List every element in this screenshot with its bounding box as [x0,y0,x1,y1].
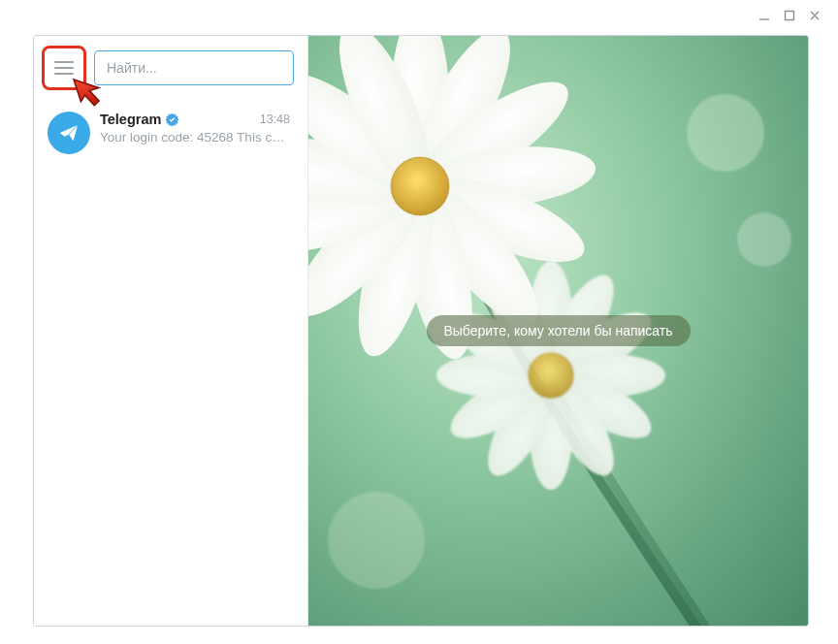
chat-list: Telegram 13:48 Your login code: 45268 Th… [34,100,307,162]
chat-list-item[interactable]: Telegram 13:48 Your login code: 45268 Th… [34,104,307,162]
verified-icon [165,113,179,127]
svg-point-20 [528,352,574,399]
paper-plane-icon [58,122,80,144]
chat-preview: Your login code: 45268 This code … [100,130,290,145]
svg-point-7 [328,492,425,589]
main-area: Выберите, кому хотели бы написать [308,36,808,626]
titlebar [0,0,838,33]
svg-point-5 [687,94,764,172]
window-minimize-button[interactable] [755,6,774,25]
chat-name: Telegram [100,112,161,127]
hamburger-icon [54,61,74,75]
window-close-button[interactable] [805,6,824,25]
app-window: Telegram 13:48 Your login code: 45268 Th… [33,35,809,627]
window-maximize-button[interactable] [780,6,799,25]
sidebar: Telegram 13:48 Your login code: 45268 Th… [34,36,308,626]
svg-rect-1 [786,12,794,20]
empty-placeholder: Выберите, кому хотели бы написать [426,315,690,346]
search-input[interactable] [94,50,294,85]
menu-button[interactable] [42,46,86,90]
avatar [48,112,90,154]
svg-point-6 [737,212,791,267]
search-field[interactable] [105,59,283,77]
chat-time: 13:48 [260,113,290,126]
